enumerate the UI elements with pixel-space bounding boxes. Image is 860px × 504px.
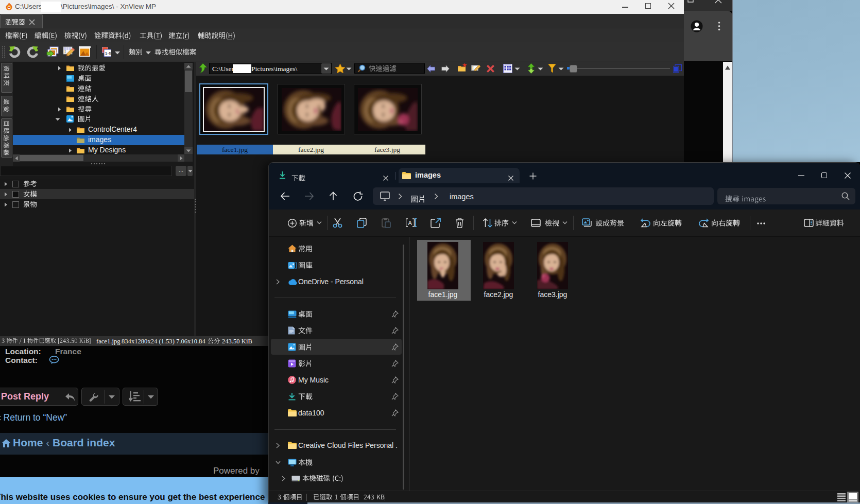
svg-text:I: I (64, 49, 66, 54)
svg-text:I: I (472, 66, 474, 71)
svg-text:1-5: 1-5 (105, 51, 112, 56)
svg-text:A: A (408, 220, 412, 226)
